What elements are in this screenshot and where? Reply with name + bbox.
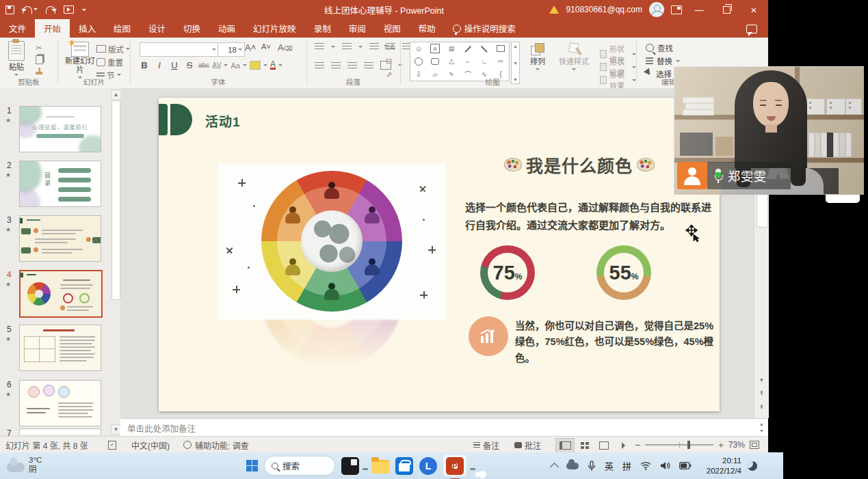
participant-badge[interactable] [677,162,707,189]
text-direction-button[interactable]: ⇅A [383,43,395,52]
character-spacing-button[interactable]: A̲V̲ [212,61,221,69]
tab-record[interactable]: 录制 [305,19,340,38]
ime-pinyin-indicator[interactable]: 拼 [622,459,631,472]
slide-1-thumbnail[interactable]: 心理抗疫，温暖前行 [19,106,101,152]
slide-3-thumbnail[interactable] [19,215,101,262]
slide-note-text[interactable]: 当然，你也可以对自己调色，觉得自己是25%绿色，75%红色，也可以是55%绿色，… [515,318,715,366]
tab-design[interactable]: 设计 [140,19,174,38]
clear-formatting-button[interactable]: A⌫ [278,42,292,53]
spellcheck-indicator[interactable]: ✓ [108,437,116,453]
shrink-font-button[interactable]: A˅ [261,42,271,51]
notes-scroll-buttons[interactable]: ▲▼ [759,421,764,435]
onedrive-cloud-icon[interactable] [566,463,579,469]
account-email[interactable]: 910830661@qq.com [566,5,642,14]
font-size-input[interactable]: 18 [218,42,245,57]
view-reading-button[interactable] [595,439,613,452]
microphone-tray-icon[interactable] [588,461,596,471]
reset-button[interactable]: 重置 [96,56,123,68]
find-button[interactable]: 查找 [646,42,673,53]
slide-5-thumbnail[interactable] [19,325,101,371]
tab-home[interactable]: 开始 [35,19,70,38]
previous-slide-button[interactable]: ⇞ [757,387,767,398]
align-center-button[interactable] [331,62,341,69]
fit-to-window-icon[interactable] [750,441,759,449]
minimize-button[interactable]: — [689,0,709,19]
align-right-button[interactable] [347,62,357,69]
chart-growth-icon[interactable] [469,316,508,356]
font-name-input[interactable] [140,42,219,57]
slide-heading[interactable]: 我是什么颜色 [446,152,713,177]
highlight-color-button[interactable] [250,61,261,70]
slide-canvas[interactable]: 活动1 [159,98,720,411]
quick-styles-button[interactable]: 快速样式 [559,43,589,72]
clock[interactable]: 20:112022/12/4 [707,456,741,476]
italic-button[interactable]: I [153,60,166,70]
close-button[interactable]: × [744,0,764,19]
tab-draw[interactable]: 绘图 [105,19,140,38]
taskbar-search[interactable]: 搜索 [264,456,335,476]
tray-overflow-chevron-icon[interactable] [550,463,559,471]
tab-insert[interactable]: 插入 [70,19,105,38]
font-color-button[interactable]: A [270,61,276,70]
speaker-icon[interactable] [660,461,670,470]
comments-icon[interactable] [746,25,757,33]
underline-button[interactable]: U [168,60,181,70]
decrease-indent-button[interactable] [369,43,379,50]
zoom-out-button[interactable]: − [635,439,640,450]
file-explorer-icon[interactable] [371,460,389,474]
tab-help[interactable]: 帮助 [410,19,445,38]
tab-slideshow[interactable]: 幻灯片放映 [244,19,305,38]
scrollbar-thumb[interactable] [757,192,768,228]
donut-chart-75[interactable]: 75% [480,245,535,300]
comments-toggle-button[interactable]: 批注 [514,437,541,453]
app-icon-blue-circle[interactable]: L [419,457,437,475]
microsoft-store-icon[interactable] [395,457,413,475]
focus-assist-moon-icon[interactable] [748,461,757,471]
start-button[interactable] [246,460,258,471]
slide-6-thumbnail[interactable] [19,380,101,426]
scroll-down-button[interactable]: ▼ [757,375,767,385]
ribbon-display-options-icon[interactable] [671,5,682,14]
tab-file[interactable]: 文件 [0,19,35,38]
align-text-button[interactable]: ⊟ [386,57,392,66]
meeting-panel-edge[interactable] [826,194,860,203]
webcam-overlay[interactable]: 郑雯雯 [674,66,864,195]
bold-button[interactable]: B [138,60,150,70]
scrollbar-thumb[interactable] [111,100,120,300]
copy-icon[interactable] [36,55,43,64]
notes-placeholder[interactable]: 单击此处添加备注 [127,422,196,435]
tab-animations[interactable]: 动画 [209,19,244,38]
language-indicator[interactable]: 中文(中国) [131,437,170,453]
tab-view[interactable]: 视图 [375,19,410,38]
slide-badge-title[interactable]: 活动1 [205,111,241,130]
align-left-button[interactable] [315,62,324,69]
color-wheel-image[interactable] [218,164,446,320]
cut-button[interactable]: ✂ [36,43,42,53]
ime-english-indicator[interactable]: 英 [605,459,614,472]
new-slide-button[interactable]: 新建幻灯片 [65,42,95,81]
numbering-button[interactable] [342,43,352,50]
slide-intro-text[interactable]: 选择一个颜色代表自己，通过解释颜色与自我的联系进行自我介绍。通过交流大家都更加了… [465,199,720,234]
paste-button[interactable]: 粘贴 [8,41,25,78]
donut-chart-55[interactable]: 55% [596,245,651,300]
powerpoint-taskbar-button[interactable]: P [443,455,466,476]
app-icon-dark[interactable] [341,457,359,475]
zoom-in-button[interactable]: + [718,440,724,450]
scroll-up-button[interactable]: ▲ [111,90,121,100]
arrange-button[interactable]: 排列 [530,43,545,72]
account-avatar[interactable] [649,2,664,17]
scroll-down-button[interactable]: ▼ [111,424,121,435]
replace-button[interactable]: 替换 [646,55,680,66]
grow-font-button[interactable]: A˄ [245,42,256,53]
notes-toggle-button[interactable]: 备注 [473,437,499,453]
shape-gallery[interactable]: ☺A▤ △⌐∟⇨ ⇩▱✎⌒∿{ [410,42,510,81]
tab-review[interactable]: 审阅 [340,19,375,38]
wifi-icon[interactable] [640,461,651,470]
view-slideshow-button[interactable] [614,439,632,452]
tab-transitions[interactable]: 切换 [174,19,209,38]
change-case-button[interactable]: Aa [231,61,239,70]
slide-2-thumbnail[interactable]: 目录 [19,161,101,207]
strikethrough-button[interactable]: S [183,60,196,70]
battery-icon[interactable] [679,462,692,469]
zoom-slider[interactable] [645,444,713,446]
